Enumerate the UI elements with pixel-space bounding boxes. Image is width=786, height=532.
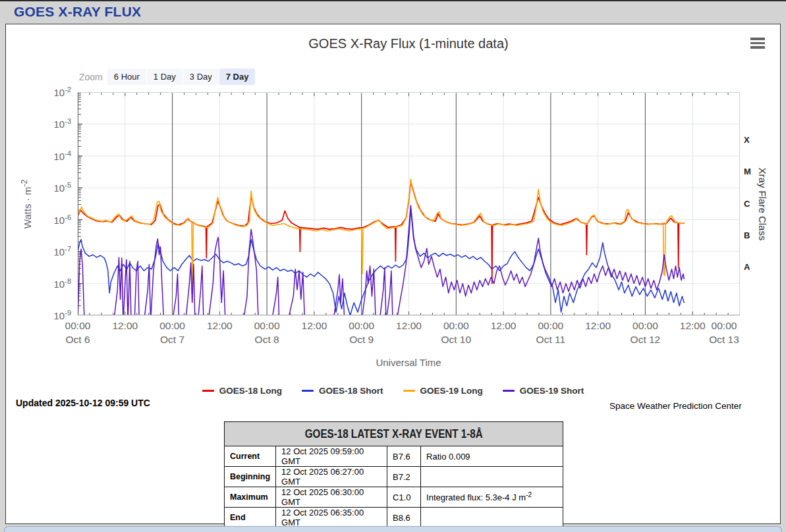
x-tick-time: 00:00 [701,320,747,332]
hamburger-icon [750,38,765,40]
plot-svg [78,92,740,315]
y-tick-label: 10-4 [30,149,71,162]
zoom-buttons: 6 Hour1 Day3 Day7 Day [107,68,256,85]
hamburger-icon [750,42,765,45]
legend-label: GOES-18 Short [319,386,383,396]
series-goes-19-long [78,179,684,301]
event-table-row: Beginning12 Oct 2025 06:27:00 GMTB7.2 [225,467,563,487]
x-tick-time: 12:00 [386,320,432,332]
legend-line-icon [302,390,314,392]
x-tick-time: 00:00 [433,320,479,332]
event-row-note: Ratio 0.009 [421,446,563,467]
zoom-label: Zoom [79,72,103,82]
event-row-time: 12 Oct 2025 06:27:00 GMT [276,467,387,487]
page-header: GOES X-RAY FLUX [0,1,786,23]
x-tick-time: 00:00 [339,320,385,332]
event-table-row: Maximum12 Oct 2025 06:30:00 GMTC1.0Integ… [225,487,563,508]
event-row-class: C1.0 [387,487,421,508]
next-section-header-partial [4,526,782,532]
legend-line-icon [202,390,214,392]
legend-label: GOES-19 Long [420,386,483,396]
x-tick-time: 12:00 [575,320,621,332]
x-tick-time: 00:00 [55,320,101,332]
zoom-button-6-hour[interactable]: 6 Hour [107,68,146,85]
event-table-title: GOES-18 LATEST X-RAY EVENT 1-8Å [225,422,563,446]
y-tick-label: 10-6 [30,213,71,226]
event-row-time: 12 Oct 2025 09:59:00 GMT [276,446,387,467]
legend-label: GOES-19 Short [520,386,584,396]
credit-text: Space Weather Prediction Center [609,401,742,411]
event-row-note [421,508,563,528]
x-tick-date: Oct 11 [528,334,574,346]
zoom-button-1-day[interactable]: 1 Day [147,68,182,85]
event-row-note [421,467,563,487]
event-row-label: Beginning [225,467,276,487]
legend-line-icon [503,390,515,392]
zoom-button-7-day[interactable]: 7 Day [219,68,256,85]
event-table-row: Current12 Oct 2025 09:59:00 GMTB7.6Ratio… [225,446,563,467]
x-tick-time: 12:00 [291,320,337,332]
event-row-label: Maximum [225,487,276,508]
x-axis-title: Universal Time [376,357,441,368]
series-goes-18-long [78,182,684,284]
xray-flux-panel: GOES X-Ray Flux (1-minute data) Zoom 6 H… [5,24,781,524]
hamburger-icon [750,46,765,49]
page-title: GOES X-RAY FLUX [0,1,786,20]
legend-item-goes-19-short[interactable]: GOES-19 Short [503,386,584,396]
legend-item-goes-19-long[interactable]: GOES-19 Long [403,386,483,396]
zoom-button-3-day[interactable]: 3 Day [183,68,219,85]
x-tick-date: Oct 13 [701,334,747,346]
event-row-time: 12 Oct 2025 06:30:00 GMT [276,487,387,508]
x-tick-date: Oct 8 [244,334,290,346]
chart-legend: GOES-18 LongGOES-18 ShortGOES-19 LongGOE… [6,386,780,396]
series-goes-18-short [78,209,684,315]
event-row-class: B7.2 [387,467,421,487]
latest-xray-event-table: GOES-18 LATEST X-RAY EVENT 1-8Å Current1… [224,421,563,528]
event-row-note: Integrated flux: 5.3e-4 J m-2 [421,487,563,508]
chart-title: GOES X-Ray Flux (1-minute data) [308,36,508,51]
x-tick-time: 00:00 [244,320,290,332]
plot-area [78,92,740,315]
event-row-class: B7.6 [387,446,421,467]
x-tick-date: Oct 6 [55,334,101,346]
x-tick-date: Oct 10 [433,334,479,346]
event-row-label: End [225,508,276,528]
y-tick-label: 10-7 [30,245,71,257]
flare-class-letter: A [744,262,758,272]
event-row-label: Current [225,446,276,467]
legend-item-goes-18-long[interactable]: GOES-18 Long [202,386,282,396]
flare-class-letter: M [744,167,758,176]
y-tick-label: 10-2 [30,86,71,98]
updated-timestamp: Updated 2025-10-12 09:59 UTC [16,398,150,408]
chart-context-menu-button[interactable] [750,38,765,49]
event-table-row: End12 Oct 2025 06:35:00 GMTB8.6 [225,508,563,528]
x-tick-date: Oct 9 [339,334,385,346]
x-tick-time: 00:00 [622,320,668,332]
y-tick-label: 10-5 [30,181,71,194]
legend-line-icon [403,390,415,392]
y-tick-label: 10-8 [30,277,71,290]
right-axis-title: Xray Flare Class [757,168,768,241]
x-tick-date: Oct 12 [622,334,668,346]
flare-class-letter: B [744,230,758,240]
x-tick-time: 12:00 [102,320,148,332]
x-tick-time: 00:00 [528,320,574,332]
range-selector: Zoom 6 Hour1 Day3 Day7 Day [79,68,256,85]
x-tick-time: 12:00 [196,320,242,332]
legend-item-goes-18-short[interactable]: GOES-18 Short [302,386,383,396]
x-tick-time: 12:00 [480,320,526,332]
x-tick-time: 00:00 [150,320,196,332]
y-tick-label: 10-3 [30,117,71,130]
legend-label: GOES-18 Long [219,386,282,396]
event-row-class: B8.6 [387,508,421,528]
flare-class-letter: C [744,199,758,209]
flare-class-letter: X [744,135,758,145]
x-tick-date: Oct 7 [150,334,196,346]
event-row-time: 12 Oct 2025 06:35:00 GMT [276,508,387,528]
